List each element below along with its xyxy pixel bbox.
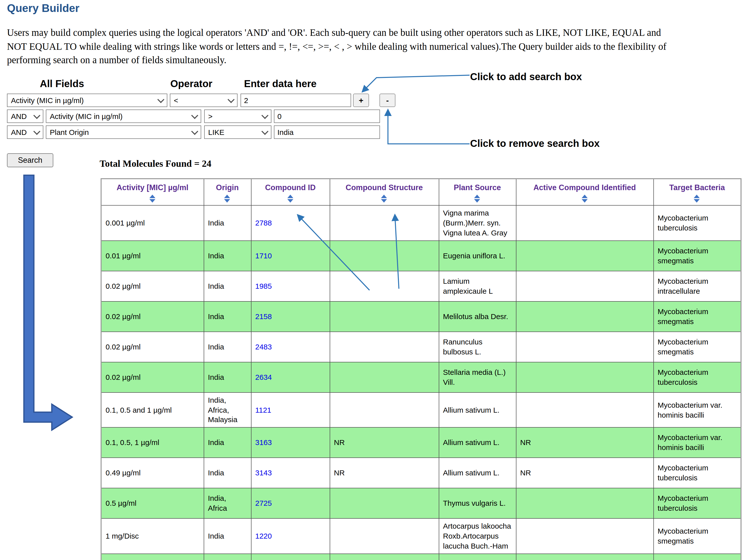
cell-target-bacteria: Mycobacterium smegmatis [653, 301, 741, 332]
column-header-compound-structure: Compound Structure [330, 179, 439, 206]
cell-activity: 0.001 µg/ml [101, 206, 204, 241]
chevron-down-icon [191, 112, 198, 119]
operator-select-value: < [174, 96, 178, 105]
cell-compound-id: 1121 [251, 393, 330, 428]
cell-activity: 0.02 µg/ml [101, 271, 204, 301]
cell-origin: India [204, 458, 251, 488]
compound-id-link[interactable]: 2725 [255, 499, 272, 507]
cell-plant-source: Allium sativum L. [439, 458, 516, 488]
value-input[interactable] [274, 126, 380, 139]
value-input[interactable] [274, 109, 380, 123]
column-header-label: Active Compound Identified [533, 183, 636, 193]
compound-id-link[interactable]: 1985 [255, 282, 272, 290]
table-row [101, 554, 741, 560]
cell-origin: India [204, 518, 251, 554]
cell-compound-id: 3163 [251, 427, 330, 458]
add-search-box-button[interactable]: + [353, 94, 369, 107]
cell-plant-source: Ranunculus bulbosus L. [439, 332, 516, 362]
column-header-activity: Activity [MIC] µg/ml [101, 179, 204, 206]
cell-plant-source: Allium sativum L. [439, 393, 516, 428]
cell-active-compound [516, 301, 653, 332]
operator-select[interactable]: LIKE [204, 126, 272, 139]
operator-select[interactable]: < [170, 94, 237, 107]
cell-target-bacteria: Mycobacterium var. hominis bacilli [653, 427, 741, 458]
compound-id-link[interactable]: 1121 [255, 405, 272, 414]
cell-target-bacteria: Mycobacterium tuberculosis [653, 458, 741, 488]
field-select[interactable]: Plant Origin [46, 126, 201, 139]
column-header-compound-id: Compound ID [251, 179, 330, 206]
arrow-to-remove-button [388, 110, 470, 144]
compound-id-link[interactable]: 2788 [255, 219, 272, 227]
compound-id-link[interactable]: 3143 [255, 469, 272, 477]
compound-id-link[interactable]: 1220 [255, 532, 272, 540]
cell-target-bacteria: Mycobacterium intracellulare [653, 271, 741, 301]
cell-activity: 0.02 µg/ml [101, 332, 204, 362]
logic-select[interactable]: AND [7, 126, 43, 139]
cell-compound-structure [330, 271, 439, 301]
sort-icon[interactable] [474, 195, 481, 203]
chevron-down-icon [228, 96, 235, 103]
cell-activity [101, 554, 204, 560]
cell-activity: 1 mg/Disc [101, 518, 204, 554]
sort-icon[interactable] [381, 195, 387, 203]
compound-id-link[interactable]: 2158 [255, 312, 272, 321]
cell-activity: 0.02 µg/ml [101, 362, 204, 393]
chevron-down-icon [261, 112, 268, 119]
cell-target-bacteria: Mycobacterium tuberculosis [653, 488, 741, 518]
logic-select[interactable]: AND [7, 109, 43, 123]
cell-activity: 0.5 µg/ml [101, 488, 204, 518]
cell-compound-id: 2788 [251, 206, 330, 241]
label-remove-search-box: Click to remove search box [470, 138, 599, 149]
sort-icon[interactable] [694, 195, 700, 203]
cell-origin: India, Africa, Malaysia [204, 393, 251, 428]
results-table-container: Activity [MIC] µg/ml Origin Compound ID … [101, 178, 742, 560]
query-row-2: AND Activity (MIC in µg/ml) > [7, 109, 380, 123]
compound-id-link[interactable]: 2483 [255, 343, 272, 351]
remove-search-box-button[interactable]: - [380, 94, 395, 107]
table-row: 0.02 µg/ml India 1985 Lamium amplexicaul… [101, 271, 741, 301]
cell-activity: 0.1, 0.5, 1 µg/ml [101, 427, 204, 458]
cell-origin: India [204, 241, 251, 271]
label-add-search-box: Click to add search box [470, 71, 582, 83]
cell-active-compound [516, 518, 653, 554]
cell-origin [204, 554, 251, 560]
cell-activity: 0.1, 0.5 and 1 µg/ml [101, 393, 204, 428]
cell-plant-source: Thymus vulgaris L. [439, 488, 516, 518]
cell-compound-id [251, 554, 330, 560]
cell-active-compound [516, 241, 653, 271]
chevron-down-icon [261, 128, 268, 135]
cell-target-bacteria: Mycobacterium smegmatis [653, 518, 741, 554]
total-molecules-found: Total Molecules Found = 24 [100, 158, 211, 169]
table-row: 0.02 µg/ml India 2634 Stellaria media (L… [101, 362, 741, 393]
sort-icon[interactable] [149, 195, 156, 203]
cell-target-bacteria [653, 554, 741, 560]
column-header-plant-source: Plant Source [439, 179, 516, 206]
field-select-value: Activity (MIC in µg/ml) [11, 96, 84, 105]
table-row: 0.02 µg/ml India 2158 Melilotus alba Des… [101, 301, 741, 332]
cell-target-bacteria: Mycobacterium var. hominis bacilli [653, 393, 741, 428]
cell-compound-structure [330, 332, 439, 362]
value-input[interactable] [240, 94, 351, 107]
cell-compound-structure [330, 362, 439, 393]
table-row: 0.1, 0.5, 1 µg/ml India 3163 NR Allium s… [101, 427, 741, 458]
sort-icon[interactable] [582, 195, 588, 203]
field-select[interactable]: Activity (MIC in µg/ml) [7, 94, 167, 107]
field-select-value: Activity (MIC in µg/ml) [50, 112, 123, 121]
sort-icon[interactable] [224, 195, 231, 203]
column-header-active-compound: Active Compound Identified [516, 179, 653, 206]
big-flow-arrow [24, 175, 72, 430]
cell-target-bacteria: Mycobacterium tuberculosis [653, 362, 741, 393]
compound-id-link[interactable]: 3163 [255, 438, 272, 447]
query-row-1: Activity (MIC in µg/ml) < + - [7, 94, 395, 107]
sort-icon[interactable] [287, 195, 293, 203]
cell-origin: India [204, 332, 251, 362]
search-button[interactable]: Search [7, 153, 53, 167]
column-header-label: Compound Structure [345, 183, 423, 193]
cell-compound-id: 3143 [251, 458, 330, 488]
compound-id-link[interactable]: 1710 [255, 251, 272, 260]
compound-id-link[interactable]: 2634 [255, 373, 272, 381]
field-select[interactable]: Activity (MIC in µg/ml) [46, 109, 201, 123]
cell-compound-id: 1220 [251, 518, 330, 554]
cell-plant-source: Artocarpus lakoocha Roxb.Artocarpus lacu… [439, 518, 516, 554]
operator-select[interactable]: > [204, 109, 272, 123]
